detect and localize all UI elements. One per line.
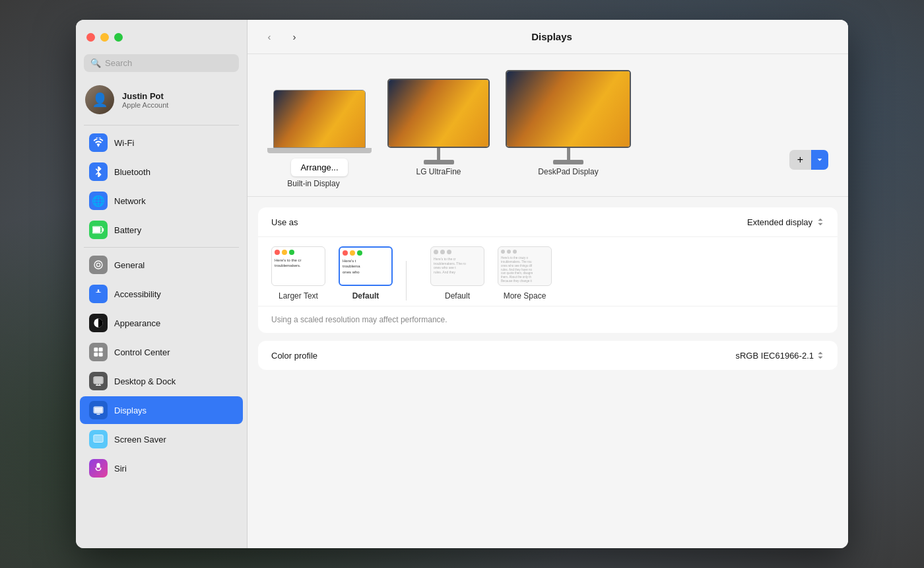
sidebar-item-screensaver[interactable]: Screen Saver	[80, 425, 243, 453]
resolution-larger-text[interactable]: Here's to the crtroublemakers. Larger Te…	[271, 246, 325, 301]
sidebar-item-label-desktop: Desktop & Dock	[114, 376, 176, 386]
svg-rect-19	[94, 408, 103, 413]
sidebar-item-wifi[interactable]: Wi-Fi	[80, 129, 243, 157]
dot-1	[434, 250, 438, 254]
use-as-value[interactable]: Extended display	[747, 217, 824, 227]
res-dots-larger	[275, 250, 322, 255]
controlcenter-icon	[89, 343, 108, 361]
sidebar-item-desktop[interactable]: Desktop & Dock	[80, 367, 243, 395]
sidebar-item-label-controlcenter: Control Center	[114, 347, 170, 357]
general-icon	[89, 256, 108, 274]
dot-3	[447, 250, 451, 254]
accessibility-icon	[89, 285, 108, 303]
dot-m3	[513, 250, 517, 254]
add-display-group: +	[789, 150, 828, 170]
resolution-default[interactable]: Here's ttroublemaones who Default	[339, 246, 393, 301]
search-placeholder: Search	[105, 58, 232, 68]
display-lg[interactable]: LG UltraFine	[387, 79, 490, 176]
sidebar-item-label-siri: Siri	[114, 464, 127, 474]
sidebar-item-displays[interactable]: Displays	[80, 396, 243, 424]
sidebar-item-label-appearance: Appearance	[114, 318, 160, 328]
back-button[interactable]: ‹	[261, 30, 278, 44]
use-as-row: Use as Extended display	[258, 207, 838, 237]
color-profile-panel: Color profile sRGB IEC61966-2.1	[258, 341, 838, 370]
maximize-button[interactable]	[114, 33, 123, 42]
settings-area: Use as Extended display	[248, 197, 848, 548]
sidebar-item-general[interactable]: General	[80, 251, 243, 279]
color-profile-value-group[interactable]: sRGB IEC61966-2.1	[735, 350, 824, 361]
minimize-button[interactable]	[100, 33, 109, 42]
monitor-stand-deskpad	[567, 148, 570, 160]
wifi-icon	[89, 133, 108, 152]
sidebar-item-controlcenter[interactable]: Control Center	[80, 338, 243, 366]
forward-button[interactable]: ›	[286, 30, 303, 44]
resolution-more-space[interactable]: Here's to the crazy otroublemakers. The …	[498, 246, 552, 301]
resolution-options-container: Here's to the crtroublemakers. Larger Te…	[258, 237, 838, 306]
sidebar-item-battery[interactable]: Battery	[80, 216, 243, 244]
sidebar-item-label-general: General	[114, 260, 145, 270]
profile-info: Justin Pot Apple Account	[122, 91, 168, 109]
dot-red-default	[343, 250, 348, 256]
svg-rect-10	[94, 347, 98, 351]
search-icon: 🔍	[90, 58, 101, 68]
res-label-default: Default	[352, 291, 380, 301]
search-bar[interactable]: 🔍 Search	[84, 54, 239, 72]
res-divider-group	[406, 261, 417, 301]
dot-yellow-default	[350, 250, 355, 256]
add-display-button[interactable]: +	[789, 150, 811, 170]
sidebar-item-bluetooth[interactable]: Bluetooth	[80, 158, 243, 186]
dot-yellow	[282, 250, 287, 255]
display-thumb-deskpad	[506, 70, 631, 148]
network-icon: 🌐	[89, 192, 108, 210]
svg-rect-23	[94, 435, 103, 442]
divider-2	[84, 247, 239, 248]
profile-item[interactable]: 👤 Justin Pot Apple Account	[76, 80, 247, 122]
display-label-deskpad: DeskPad Display	[538, 167, 598, 176]
avatar: 👤	[85, 85, 114, 114]
divider-1	[84, 125, 239, 125]
profile-name: Justin Pot	[122, 91, 168, 101]
res-label-more: More Space	[504, 291, 546, 301]
res-dots-default	[343, 250, 389, 256]
displays-row: Arrange... LG UltraFine	[248, 54, 848, 176]
res-label-default-alt: Default	[445, 291, 470, 301]
res-label-larger: Larger Text	[279, 291, 318, 301]
traffic-lights	[86, 33, 123, 42]
monitor-base-deskpad	[553, 160, 583, 164]
color-profile-value: sRGB IEC61966-2.1	[735, 351, 814, 361]
res-dots-default-alt	[434, 250, 481, 254]
display-label-builtin: Arrange...	[291, 159, 347, 176]
laptop-base	[267, 148, 372, 153]
perf-note-row: Using a scaled resolution may affect per…	[258, 306, 838, 333]
res-preview-more: Here's to the crazy otroublemakers. The …	[498, 246, 552, 286]
sidebar-item-accessibility[interactable]: Accessibility	[80, 280, 243, 308]
dot-2	[440, 250, 445, 254]
color-profile-label: Color profile	[271, 351, 735, 361]
res-dots-more	[501, 250, 548, 254]
screensaver-icon	[89, 430, 108, 448]
profile-subtitle: Apple Account	[122, 101, 168, 109]
svg-rect-5	[102, 229, 104, 232]
sidebar-item-label-bluetooth: Bluetooth	[114, 167, 150, 177]
dropdown-display-button[interactable]	[811, 150, 828, 170]
resolution-default-alt[interactable]: Here's to the crtroublemakers. The roone…	[430, 246, 484, 301]
arrange-button[interactable]: Arrange...	[291, 159, 347, 176]
monitor-base-lg	[424, 160, 454, 164]
sidebar-item-network[interactable]: 🌐 Network	[80, 187, 243, 215]
res-preview-default: Here's ttroublemaones who	[339, 246, 393, 286]
res-preview-default-alt: Here's to the crtroublemakers. The roone…	[430, 246, 484, 286]
sidebar-item-label-network: Network	[114, 196, 146, 206]
display-deskpad[interactable]: DeskPad Display	[506, 70, 631, 176]
main-header: ‹ › Displays	[248, 20, 848, 54]
sidebar-item-appearance[interactable]: Appearance	[80, 309, 243, 337]
display-label-lg: LG UltraFine	[416, 167, 461, 176]
res-text-more: Here's to the crazy otroublemakers. The …	[501, 256, 548, 283]
dot-m1	[501, 250, 505, 254]
close-button[interactable]	[86, 33, 95, 42]
perf-note: Using a scaled resolution may affect per…	[271, 315, 447, 324]
res-text-larger: Here's to the crtroublemakers.	[275, 258, 322, 269]
svg-point-20	[98, 413, 98, 413]
sidebar-item-siri[interactable]: Siri	[80, 454, 243, 482]
display-builtin[interactable]: Arrange...	[267, 90, 372, 176]
dot-green-default	[357, 250, 362, 256]
